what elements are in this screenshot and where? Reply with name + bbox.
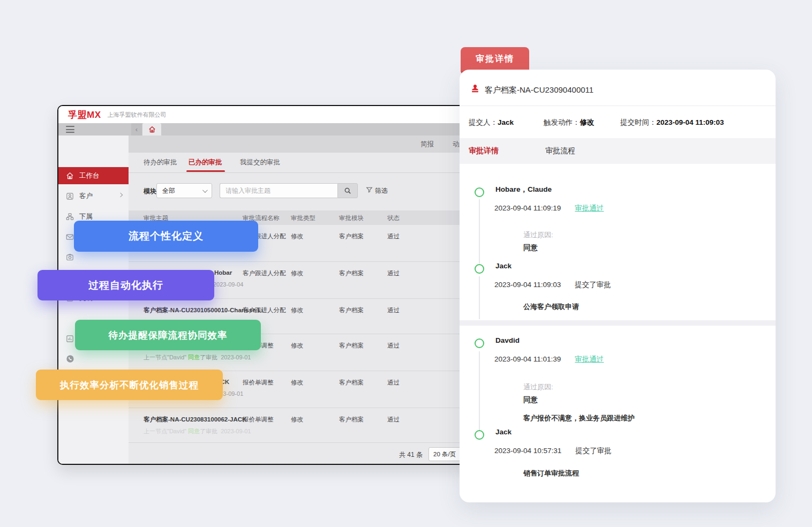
- timeline-section-divider: [460, 320, 776, 326]
- home-tab[interactable]: [142, 123, 161, 135]
- page: 孚盟MX 上海孚盟软件有限公司 ‹ 工作台: [0, 0, 812, 527]
- approval-time: 2023-09-04 10:57:31: [494, 447, 561, 455]
- sidebar-item-phone[interactable]: [58, 350, 129, 367]
- panel-meta: 提交人：Jack 触发动作：修改 提交时间：2023-09-04 11:09:0…: [460, 106, 776, 138]
- approval-note: 公海客户领取申请: [523, 302, 579, 312]
- active-tab-underline: [186, 170, 225, 172]
- approval-note: 销售订单审批流程: [523, 469, 579, 478]
- total-count: 共 41 条: [399, 450, 423, 460]
- timeline-connector: [479, 199, 480, 264]
- trigger-action: 修改: [580, 118, 595, 126]
- tab-done-approvals[interactable]: 已办的审批: [189, 158, 222, 167]
- panel-tabs: 审批详情 审批流程: [460, 138, 776, 164]
- report-icon: [66, 335, 74, 343]
- approver-name: Davdid: [495, 336, 520, 344]
- tab-pending-approvals[interactable]: 待办的审批: [144, 158, 177, 167]
- approval-result-link[interactable]: 审批通过: [575, 355, 604, 363]
- reason-label: 通过原因:: [523, 230, 553, 240]
- approval-result-link[interactable]: 审批通过: [575, 204, 604, 212]
- mail-icon: [66, 233, 74, 241]
- reason-value: 同意: [523, 243, 538, 253]
- tab-my-submitted-approvals[interactable]: 我提交的审批: [240, 158, 280, 167]
- col-module: 审批模块: [339, 214, 364, 222]
- tab-briefing[interactable]: 简报: [420, 140, 434, 149]
- approval-note: 客户报价不满意，换业务员跟进维护: [523, 413, 635, 423]
- approval-action: 提交了审批: [575, 281, 611, 289]
- approval-title: 客户档案-NA-CU23090400011: [485, 85, 593, 95]
- reason-label: 通过原因:: [523, 382, 553, 392]
- search-icon: [344, 187, 351, 194]
- approver-name: Jack: [495, 428, 512, 436]
- phone-icon: [66, 355, 74, 363]
- panel-header: 客户档案-NA-CU23090400011: [460, 70, 776, 106]
- filter-button[interactable]: 筛选: [375, 186, 388, 195]
- submitter: Jack: [498, 118, 514, 126]
- stamp-icon: [470, 84, 480, 93]
- subordinate-icon: [66, 213, 74, 221]
- sidebar-item-customers[interactable]: 客户: [58, 187, 129, 205]
- approval-time: 2023-09-04 11:09:03: [494, 281, 561, 289]
- company-name: 上海孚盟软件有限公司: [108, 111, 167, 119]
- approval-time: 2023-09-04 11:01:39: [494, 355, 561, 363]
- chevron-down-icon: [202, 187, 208, 193]
- timeline-dot: [475, 338, 484, 348]
- tab-approval-detail[interactable]: 审批详情: [469, 146, 499, 156]
- callout-efficiency-analysis: 执行效率分析不断优化销售过程: [36, 370, 223, 400]
- callout-process-automation: 过程自动化执行: [37, 270, 214, 300]
- menu-collapse-icon[interactable]: [66, 126, 74, 133]
- callout-todo-reminder: 待办提醒保障流程协同效率: [75, 320, 261, 350]
- approver-name: Hobare，Claude: [495, 185, 552, 194]
- home-icon: [148, 126, 156, 133]
- home-icon: [66, 172, 74, 180]
- back-button[interactable]: ‹: [131, 123, 142, 135]
- timeline-connector: [479, 276, 480, 319]
- approval-detail-panel: 客户档案-NA-CU23090400011 提交人：Jack 触发动作：修改 提…: [460, 70, 776, 502]
- approval-action: 提交了审批: [575, 447, 612, 455]
- timeline-dot: [475, 430, 484, 440]
- customer-icon: [66, 192, 74, 200]
- approval-timeline: Hobare，Claude 2023-09-04 11:09:19审批通过 通过…: [460, 164, 776, 502]
- callout-process-personalization: 流程个性化定义: [74, 221, 258, 252]
- module-label: 模块: [144, 187, 156, 196]
- col-type: 审批类型: [291, 214, 315, 222]
- timeline-dot: [475, 187, 484, 197]
- col-status: 状态: [387, 214, 400, 222]
- approver-name: Jack: [495, 262, 512, 270]
- submit-time: 2023-09-04 11:09:03: [657, 118, 724, 126]
- timeline-connector: [479, 351, 480, 432]
- approval-time: 2023-09-04 11:09:19: [494, 204, 561, 212]
- sidebar-item-workbench[interactable]: 工作台: [58, 167, 129, 184]
- search-input[interactable]: [220, 183, 337, 198]
- reason-value: 同意: [523, 395, 538, 405]
- module-select[interactable]: 全部: [156, 183, 212, 198]
- app-logo: 孚盟MX: [68, 109, 101, 121]
- product-icon: [66, 253, 74, 261]
- funnel-icon: [366, 186, 373, 193]
- chevron-right-icon: [118, 193, 123, 197]
- timeline-dot: [475, 264, 484, 274]
- tab-approval-flow[interactable]: 审批流程: [545, 146, 575, 156]
- search-button[interactable]: [337, 183, 358, 198]
